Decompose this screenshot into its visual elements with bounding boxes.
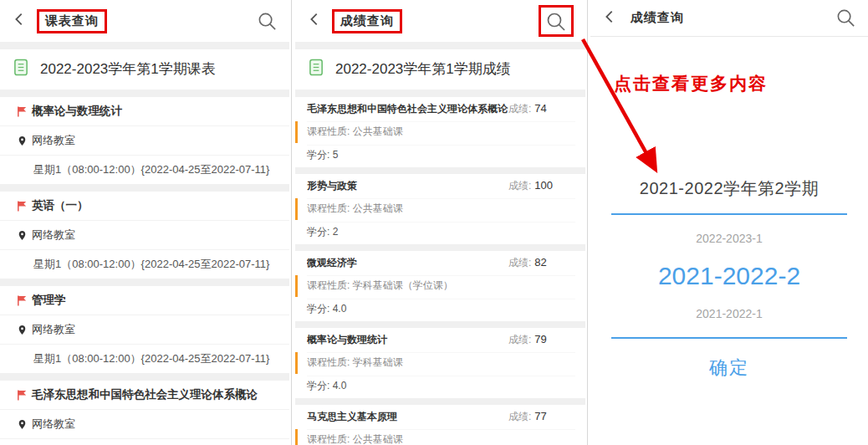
picker-selected-title: 2021-2022学年第2学期	[590, 177, 868, 200]
panel-divider	[291, 0, 292, 445]
grade-course-name: 概率论与数理统计	[307, 333, 508, 347]
search-icon[interactable]	[539, 5, 574, 37]
course-location-row: 网络教室	[0, 125, 289, 155]
grade-score: 成绩:82	[508, 256, 575, 270]
nature-label: 课程性质:	[307, 356, 350, 368]
grade-item[interactable]: 马克思主义基本原理 成绩:77 课程性质: 公共基础课 学分: 3	[295, 405, 585, 445]
credit-value: 2	[333, 226, 339, 238]
grade-item[interactable]: 概率论与数理统计 成绩:79 课程性质: 学科基础课 学分: 4.0	[295, 328, 585, 405]
score-label: 成绩:	[508, 334, 531, 345]
panel-schedule-query: 课表查询 2022-2023学年第1学期课表 概率论与数理统计 网络教室	[0, 0, 289, 445]
credit-label: 学分:	[307, 149, 329, 161]
course-time-row: 星期1（08:00-12:00）{2022-04-25至2022-07-11}	[0, 344, 289, 373]
panel-semester-picker: 成绩查询 点击查看更多内容 2021-2022学年第2学期 2022-2023-…	[590, 0, 868, 445]
flag-icon	[12, 105, 32, 118]
course-location-row: 网络教室	[0, 220, 289, 249]
credit-label: 学分:	[307, 380, 329, 391]
back-icon[interactable]	[307, 12, 322, 30]
score-value: 82	[534, 256, 546, 269]
screenshot-stage: 课表查询 2022-2023学年第1学期课表 概率论与数理统计 网络教室	[0, 0, 868, 445]
annotation-tip-text: 点击查看更多内容	[614, 72, 768, 95]
nature-label: 课程性质:	[307, 125, 350, 137]
score-label: 成绩:	[508, 257, 531, 269]
grade-score: 成绩:74	[508, 102, 575, 116]
grade-name-row: 形势与政策 成绩:100	[307, 179, 575, 193]
separator-band	[0, 90, 289, 97]
document-icon	[309, 59, 324, 79]
nature-label: 课程性质:	[307, 279, 350, 291]
course-list: 概率论与数理统计 网络教室 星期1（08:00-12:00）{2022-04-2…	[0, 97, 289, 445]
grades-header: 成绩查询	[295, 0, 585, 42]
course-item[interactable]: 英语（一） 网络教室 星期1（08:00-12:00）{2022-04-25至2…	[0, 192, 289, 286]
grade-score: 成绩:79	[508, 333, 575, 347]
picker-bottom-rule	[611, 337, 847, 339]
credit-value: 4.0	[333, 303, 347, 315]
grade-course-name: 形势与政策	[307, 179, 508, 193]
grade-nature-row: 课程性质: 学科基础课	[307, 352, 575, 371]
nature-value: 公共基础课	[353, 125, 403, 137]
score-label: 成绩:	[508, 103, 531, 115]
grade-nature-row: 课程性质: 公共基础课	[307, 121, 575, 141]
search-icon[interactable]	[835, 8, 856, 28]
grade-name-row: 马克思主义基本原理 成绩:77	[307, 410, 575, 424]
course-name: 毛泽东思想和中国特色社会主义理论体系概论	[32, 387, 258, 402]
grade-item[interactable]: 毛泽东思想和中国特色社会主义理论体系概论 成绩:74 课程性质: 公共基础课 学…	[295, 97, 585, 174]
course-name: 概率论与数理统计	[32, 104, 122, 119]
score-value: 100	[534, 179, 553, 192]
picker-option-list: 2022-2023-12021-2022-22021-2022-1	[590, 232, 868, 320]
confirm-button[interactable]: 确定	[590, 355, 868, 381]
semester-picker: 2021-2022学年第2学期 2022-2023-12021-2022-220…	[590, 177, 868, 381]
course-name: 英语（一）	[32, 198, 89, 213]
search-icon[interactable]	[257, 11, 278, 32]
separator-band	[295, 90, 585, 97]
nature-value: 学科基础课（学位课）	[353, 279, 453, 291]
grade-course-name: 微观经济学	[307, 256, 508, 270]
schedule-header: 课表查询	[0, 0, 289, 42]
picker-option[interactable]: 2022-2023-1	[590, 232, 868, 245]
back-icon[interactable]	[602, 9, 617, 28]
course-item[interactable]: 概率论与数理统计 网络教室 星期1（08:00-12:00）{2022-04-2…	[0, 97, 289, 192]
grade-credit-row: 学分: 4.0	[307, 376, 575, 393]
grade-nature-row: 课程性质: 公共基础课	[307, 429, 575, 445]
course-location: 网络教室	[32, 417, 75, 432]
schedule-semester-row: 2022-2023学年第1学期课表	[0, 49, 289, 90]
picker-option[interactable]: 2021-2022-2	[590, 262, 868, 290]
course-name-row: 毛泽东思想和中国特色社会主义理论体系概论	[0, 381, 289, 409]
flag-icon	[12, 294, 32, 307]
grade-nature-row: 课程性质: 公共基础课	[307, 198, 575, 217]
back-icon[interactable]	[12, 12, 27, 30]
picker-page-title: 成绩查询	[631, 10, 684, 26]
credit-label: 学分:	[307, 226, 329, 238]
nature-value: 公共基础课	[353, 433, 403, 445]
grades-page-title: 成绩查询	[332, 9, 402, 33]
grade-item[interactable]: 形势与政策 成绩:100 课程性质: 公共基础课 学分: 2	[295, 174, 585, 251]
picker-option[interactable]: 2021-2022-1	[590, 307, 868, 320]
credit-value: 4.0	[333, 380, 347, 391]
grade-list: 毛泽东思想和中国特色社会主义理论体系概论 成绩:74 课程性质: 公共基础课 学…	[295, 97, 585, 445]
credit-label: 学分:	[307, 303, 329, 315]
course-item[interactable]: 管理学 网络教室 星期1（08:00-12:00）{2022-04-25至202…	[0, 286, 289, 381]
course-name-row: 管理学	[0, 286, 289, 315]
course-time: 星期1（08:00-12:00）{2022-04-25至2022-07-11}	[33, 351, 269, 366]
course-time-row: 星期1（08:00-15:40）{2022-03-07至2022-05-30}	[0, 438, 289, 445]
location-pin-icon	[12, 418, 32, 431]
picker-header: 成绩查询	[590, 0, 868, 37]
course-time: 星期1（08:00-12:00）{2022-04-25至2022-07-11}	[33, 257, 269, 272]
nature-label: 课程性质:	[307, 202, 350, 214]
grade-score: 成绩:100	[508, 179, 575, 193]
grade-credit-row: 学分: 5	[307, 145, 575, 162]
grades-semester-row: 2022-2023学年第1学期成绩	[295, 49, 585, 90]
nature-label: 课程性质:	[307, 433, 350, 445]
course-location: 网络教室	[32, 133, 75, 148]
grade-credit-row: 学分: 2	[307, 222, 575, 239]
course-time: 星期1（08:00-12:00）{2022-04-25至2022-07-11}	[33, 162, 269, 177]
schedule-semester-title: 2022-2023学年第1学期课表	[40, 59, 216, 79]
separator-band	[295, 42, 585, 49]
grades-semester-title: 2022-2023学年第1学期成绩	[335, 59, 511, 79]
grade-item[interactable]: 微观经济学 成绩:82 课程性质: 学科基础课（学位课） 学分: 4.0	[295, 251, 585, 328]
panel-divider	[587, 0, 588, 445]
course-item[interactable]: 毛泽东思想和中国特色社会主义理论体系概论 网络教室 星期1（08:00-15:4…	[0, 381, 289, 445]
separator-band	[0, 42, 289, 49]
grade-name-row: 概率论与数理统计 成绩:79	[307, 333, 575, 347]
course-location-row: 网络教室	[0, 315, 289, 344]
